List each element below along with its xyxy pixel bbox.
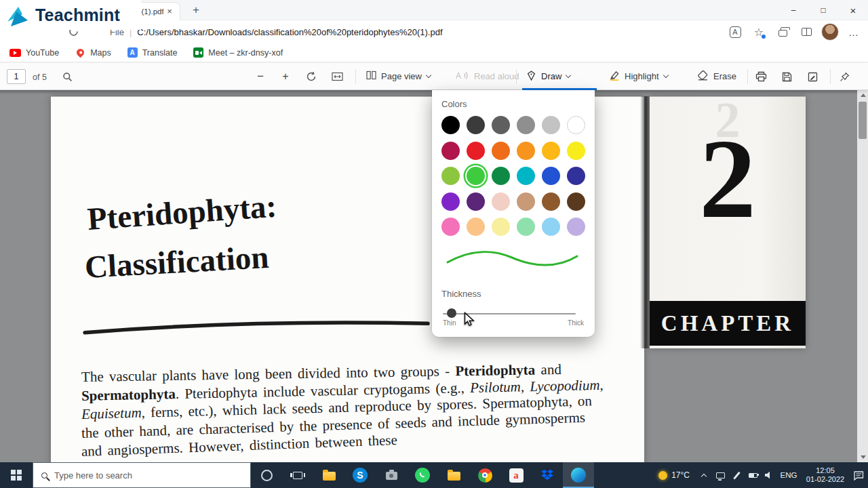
save-as-icon[interactable] xyxy=(804,68,821,85)
translate-icon[interactable]: A xyxy=(726,23,744,41)
bookmark-maps[interactable]: Maps xyxy=(75,48,111,58)
dropbox-icon[interactable] xyxy=(532,462,563,488)
rotate-icon[interactable] xyxy=(302,68,320,85)
edge-icon[interactable] xyxy=(563,462,594,488)
bookmark-youtube[interactable]: YouTube xyxy=(9,48,59,58)
color-swatch[interactable] xyxy=(492,218,510,236)
battery-icon[interactable] xyxy=(745,462,761,488)
taskbar-search[interactable]: Type here to search xyxy=(33,462,251,488)
maximize-button[interactable]: □ xyxy=(808,0,838,20)
slider-handle[interactable] xyxy=(447,308,456,318)
clock[interactable]: 12:05 01-02-2022 xyxy=(800,466,850,484)
scrollbar[interactable] xyxy=(857,90,868,462)
favorites-icon[interactable]: ☆ xyxy=(750,23,768,41)
settings-menu-icon[interactable]: … xyxy=(845,23,863,41)
color-swatch[interactable] xyxy=(567,192,585,211)
pdf-toolbar: 1 of 5 − + Page view A Read aloud xyxy=(0,62,868,90)
scroll-thumb[interactable] xyxy=(859,102,867,139)
start-button[interactable] xyxy=(0,462,33,488)
color-swatch[interactable] xyxy=(441,116,460,134)
new-tab-button[interactable]: + xyxy=(189,3,203,18)
read-aloud-button[interactable]: A Read aloud xyxy=(452,63,524,89)
monitor-tray-icon[interactable] xyxy=(712,462,728,488)
cortana-icon[interactable] xyxy=(251,462,282,488)
print-icon[interactable] xyxy=(752,68,770,85)
color-swatch[interactable] xyxy=(467,192,485,211)
highlight-button[interactable]: Highlight xyxy=(605,63,672,89)
color-swatch[interactable] xyxy=(492,116,510,134)
weather-widget[interactable]: 17°C xyxy=(652,470,696,480)
color-swatch[interactable] xyxy=(517,142,535,160)
color-swatch[interactable] xyxy=(441,142,460,160)
scroll-down-arrow[interactable] xyxy=(857,452,868,462)
color-swatch[interactable] xyxy=(542,116,560,134)
title-underline xyxy=(82,319,432,336)
color-swatch[interactable] xyxy=(492,167,510,185)
thickness-slider[interactable] xyxy=(443,306,578,322)
action-center-icon[interactable] xyxy=(850,462,867,488)
folder-icon[interactable] xyxy=(438,462,469,488)
scroll-up-arrow[interactable] xyxy=(857,90,868,100)
app-a-icon[interactable]: a xyxy=(500,462,532,488)
color-swatch[interactable] xyxy=(441,167,460,185)
color-swatch[interactable] xyxy=(542,192,560,211)
fit-to-width-icon[interactable] xyxy=(328,68,346,85)
collections-icon[interactable] xyxy=(774,23,791,41)
pen-tray-icon[interactable] xyxy=(728,462,745,488)
draw-button[interactable]: Draw xyxy=(522,63,574,89)
color-swatch[interactable] xyxy=(567,167,585,185)
tab-close-icon[interactable]: × xyxy=(163,5,176,18)
highlighter-icon xyxy=(609,70,620,83)
color-swatch[interactable] xyxy=(517,218,535,236)
file-explorer-icon[interactable] xyxy=(313,462,344,488)
meet-camera-icon xyxy=(193,47,203,58)
skype-icon[interactable]: S xyxy=(344,462,376,488)
erase-button[interactable]: Erase xyxy=(693,63,741,89)
camera-icon[interactable] xyxy=(376,462,407,488)
thick-label: Thick xyxy=(568,319,584,327)
color-swatch[interactable] xyxy=(441,218,460,236)
task-view-icon[interactable] xyxy=(282,462,313,488)
page-gutter-shadow xyxy=(640,96,650,348)
taskbar: Type here to search Sa 17°C ENG 12:05 01… xyxy=(0,462,868,488)
zoom-out-button[interactable]: − xyxy=(252,68,269,85)
page-view-button[interactable]: Page view xyxy=(362,63,435,89)
url-field[interactable]: File | C:/Users/bhaskar/Downloads/classi… xyxy=(110,25,443,39)
whatsapp-icon[interactable] xyxy=(407,462,438,488)
color-swatch[interactable] xyxy=(492,142,510,160)
color-swatch[interactable] xyxy=(517,167,535,185)
color-swatch[interactable] xyxy=(542,167,560,185)
save-icon[interactable] xyxy=(778,68,795,85)
sun-icon xyxy=(658,471,667,480)
slider-track[interactable] xyxy=(443,313,576,314)
find-in-document-icon[interactable] xyxy=(58,68,76,85)
profile-avatar[interactable] xyxy=(821,23,839,41)
color-swatch[interactable] xyxy=(542,142,560,160)
pin-toolbar-icon[interactable] xyxy=(835,68,853,85)
color-swatch-selected[interactable] xyxy=(467,167,485,185)
minimize-button[interactable]: – xyxy=(778,0,808,20)
color-swatch[interactable] xyxy=(567,142,585,160)
close-window-button[interactable]: × xyxy=(838,0,868,20)
color-swatch[interactable] xyxy=(542,218,560,236)
speaker-icon[interactable] xyxy=(761,462,777,488)
hidden-icons-chevron[interactable] xyxy=(696,462,712,488)
chapter-number: 2 xyxy=(650,120,806,237)
color-swatch[interactable] xyxy=(467,142,485,160)
chrome-icon[interactable] xyxy=(469,462,500,488)
language-indicator[interactable]: ENG xyxy=(777,471,800,479)
color-swatch[interactable] xyxy=(492,192,510,211)
split-screen-icon[interactable] xyxy=(797,23,815,41)
color-swatch[interactable] xyxy=(517,116,535,134)
color-swatch[interactable] xyxy=(467,218,485,236)
bookmark-meet[interactable]: Meet – zkr-dnsy-xof xyxy=(193,47,283,58)
color-swatch[interactable] xyxy=(567,218,585,236)
color-swatch[interactable] xyxy=(441,192,460,211)
bookmark-translate[interactable]: A Translate xyxy=(127,47,178,58)
color-swatch[interactable] xyxy=(467,116,485,134)
color-swatch[interactable] xyxy=(517,192,535,211)
taskbar-apps: Sa xyxy=(251,462,594,488)
zoom-in-button[interactable]: + xyxy=(277,68,294,85)
page-number-input[interactable]: 1 xyxy=(7,69,26,84)
color-swatch[interactable] xyxy=(567,116,585,134)
